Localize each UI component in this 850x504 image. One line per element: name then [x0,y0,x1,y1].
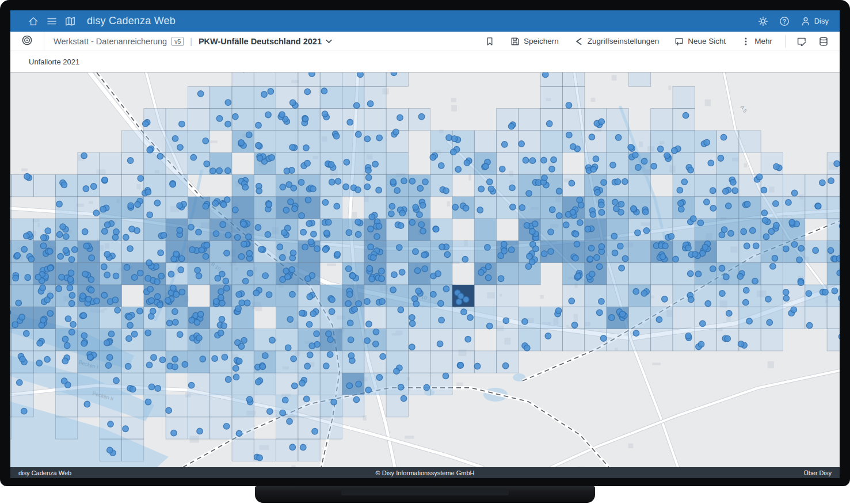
main-menu-button[interactable] [46,16,58,27]
top-navigation-bar: disy Cadenza Web ? Disy [10,10,840,32]
map-icon [64,16,76,27]
edit-annotations-button[interactable] [796,36,807,47]
toolbar-actions: Speichern Zugriffseinstellungen Neue Sic… [485,36,772,47]
footer-app-name: disy Cadenza Web [18,469,71,476]
map-panel-title: Unfallorte 2021 [29,58,79,66]
map-nav-button[interactable] [64,16,76,27]
hamburger-menu-icon [46,16,58,27]
about-disy-link[interactable]: Über Disy [804,469,832,476]
share-icon [574,36,584,47]
home-button[interactable] [28,16,39,27]
new-view-button[interactable]: Neue Sicht [674,36,726,47]
breadcrumb-separator: | [190,37,192,46]
settings-button[interactable] [757,16,769,27]
home-icon [28,16,39,27]
toolbar-divider [44,32,44,51]
workbook-toolbar: Werkstatt - Datenanreicherung v5 | PKW-U… [10,32,840,51]
breadcrumb: Werkstatt - Datenanreicherung v5 | PKW-U… [54,37,332,46]
user-menu-button[interactable]: Disy [800,16,829,27]
database-icon [818,36,829,47]
kebab-menu-icon [741,36,751,47]
chevron-down-icon [326,39,332,44]
user-icon [800,16,811,27]
app-title: disy Cadenza Web [87,15,176,27]
help-button[interactable]: ? [779,16,790,27]
view-title-dropdown[interactable]: PKW-Unfälle Deutschland 2021 [199,37,332,46]
monitor-stand [255,486,595,503]
bookmark-icon [485,36,495,47]
monitor-frame: disy Cadenza Web ? Disy [0,0,850,486]
footer-copyright: © Disy Informationssysteme GmbH [10,469,840,476]
target-icon [21,34,33,47]
edit-page-icon [796,36,807,47]
access-settings-label: Zugriffseinstellungen [588,37,659,45]
save-icon [510,36,520,47]
new-view-icon [674,36,684,47]
version-badge: v5 [171,37,184,46]
map-canvas[interactable]: B 10B 10A 5Becken IBecken II [10,72,840,467]
access-settings-button[interactable]: Zugriffseinstellungen [574,36,659,47]
help-icon: ? [779,16,790,27]
bookmark-button[interactable] [485,36,495,47]
map-view[interactable]: B 10B 10A 5Becken IBecken II [10,72,840,467]
save-label: Speichern [524,37,559,45]
user-name: Disy [814,17,829,25]
gear-icon [757,16,769,27]
locate-button[interactable] [21,34,33,48]
view-title: PKW-Unfälle Deutschland 2021 [199,37,322,46]
data-sources-button[interactable] [818,36,829,47]
svg-text:?: ? [783,17,786,24]
app-window: disy Cadenza Web ? Disy [10,10,840,478]
save-button[interactable]: Speichern [510,36,559,47]
map-panel-header: Unfallorte 2021 [10,51,840,72]
new-view-label: Neue Sicht [688,37,726,45]
workbook-name[interactable]: Werkstatt - Datenanreicherung [54,37,167,46]
more-button[interactable]: Mehr [741,36,772,47]
more-label: Mehr [754,37,772,45]
status-footer: © Disy Informationssysteme GmbH disy Cad… [10,467,840,478]
